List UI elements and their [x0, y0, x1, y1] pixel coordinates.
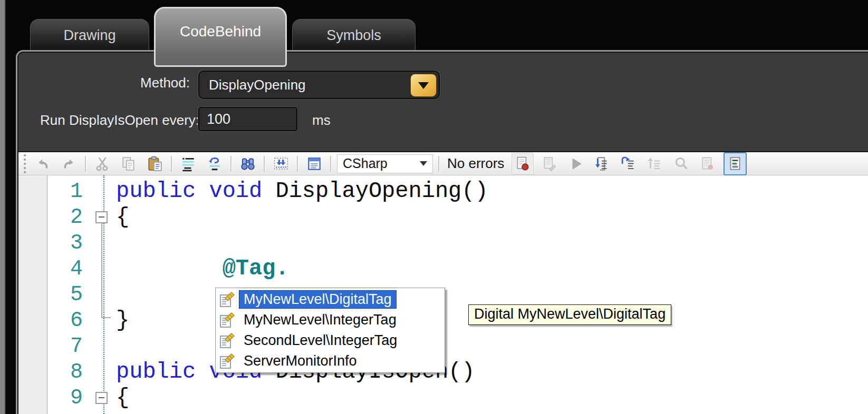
autocomplete-item-label: MyNewLevel\DigitalTag — [239, 290, 397, 309]
compile-check-button[interactable] — [512, 153, 534, 175]
autocomplete-item-label: MyNewLevel\IntegerTag — [239, 311, 401, 329]
cut-icon — [94, 156, 110, 172]
autocomplete-tooltip: Digital MyNewLevel\DigitalTag — [468, 304, 671, 325]
toolbar-separator — [230, 156, 232, 172]
toolbar-separator — [264, 156, 265, 172]
insert-snippet-icon — [273, 156, 289, 172]
output-window-button[interactable] — [304, 153, 325, 174]
uncomment-button[interactable] — [204, 153, 225, 174]
autocomplete-item[interactable]: SecondLevel\IntegerTag — [217, 330, 443, 351]
paste-button[interactable] — [144, 153, 166, 174]
line-number: 4 — [18, 256, 83, 282]
code-line[interactable]: 4 @Tag. — [18, 256, 846, 282]
autocomplete-item-label: ServerMonitorInfo — [239, 352, 362, 370]
watch-button[interactable] — [671, 153, 692, 174]
toolbar-separator — [438, 156, 440, 172]
tab-drawing-label: Drawing — [63, 27, 115, 43]
error-status-text: No errors — [447, 155, 504, 172]
run-button[interactable] — [565, 153, 586, 174]
language-combobox[interactable]: CSharp — [337, 154, 433, 173]
code-line[interactable]: 2{ — [18, 204, 846, 230]
code-text: public void DisplayOpening() — [116, 179, 488, 204]
method-combobox[interactable]: DisplayOpening — [198, 71, 440, 99]
view-code-toggle-button[interactable] — [724, 152, 747, 175]
breakpoint-doc-button[interactable] — [697, 153, 718, 174]
run-interval-input[interactable]: 100 — [198, 107, 297, 131]
redo-button[interactable] — [59, 153, 80, 174]
method-combobox-value: DisplayOpening — [209, 72, 306, 98]
code-text: @Tag. — [116, 256, 289, 282]
line-number: 5 — [18, 282, 83, 308]
line-number: 1 — [18, 179, 83, 204]
undo-icon — [35, 156, 51, 172]
tag-item-icon — [219, 292, 235, 308]
run-interval-value: 100 — [207, 108, 230, 131]
language-combobox-value: CSharp — [343, 156, 388, 171]
method-dropdown-button[interactable] — [410, 74, 437, 97]
run-interval-label: Run DisplayIsOpen every: — [40, 112, 199, 129]
comment-icon — [180, 156, 196, 172]
step-over-icon — [621, 156, 636, 172]
undo-button[interactable] — [32, 153, 53, 174]
autocomplete-item[interactable]: ServerMonitorInfo — [217, 351, 443, 371]
code-line[interactable]: 3 — [18, 230, 846, 256]
tag-item-icon — [219, 312, 235, 328]
step-into-icon — [594, 156, 610, 172]
line-number: 3 — [18, 230, 83, 256]
toolbar-separator — [297, 156, 298, 172]
toolbar-separator — [330, 156, 332, 172]
autocomplete-item-label: SecondLevel\IntegerTag — [239, 331, 402, 350]
cut-button[interactable] — [92, 153, 113, 174]
line-number: 6 — [18, 308, 83, 333]
fold-guide-end — [101, 317, 111, 318]
line-number: 7 — [18, 333, 83, 359]
comment-button[interactable] — [178, 153, 199, 174]
tab-codebehind-label: CodeBehind — [180, 23, 261, 40]
line-number: 8 — [18, 359, 83, 385]
fold-collapse-icon[interactable] — [95, 211, 108, 223]
line-number: 9 — [18, 385, 83, 411]
step-out-icon — [647, 156, 663, 172]
fold-collapse-icon[interactable] — [95, 392, 108, 404]
left-edge-strip — [0, 0, 6, 414]
code-text: { — [116, 385, 129, 411]
toolbar-separator — [171, 156, 172, 172]
tab-drawing[interactable]: Drawing — [30, 19, 149, 50]
uncomment-icon — [207, 156, 223, 172]
autocomplete-item[interactable]: MyNewLevel\IntegerTag — [217, 310, 443, 330]
tab-symbols[interactable]: Symbols — [292, 19, 416, 50]
copy-button[interactable] — [118, 153, 139, 174]
toolbar-grip-handle[interactable] — [24, 154, 26, 173]
autocomplete-item[interactable]: MyNewLevel\DigitalTag — [217, 289, 443, 310]
breakpoint-doc-icon — [700, 156, 716, 172]
method-label: Method: — [79, 75, 190, 91]
chevron-down-icon — [418, 82, 429, 89]
fold-guide-line — [101, 223, 102, 318]
redo-icon — [61, 156, 77, 172]
code-text: } — [116, 308, 129, 333]
code-text: { — [116, 204, 129, 230]
autocomplete-popup: MyNewLevel\DigitalTagMyNewLevel\IntegerT… — [215, 288, 445, 373]
insert-snippet-button[interactable] — [271, 153, 292, 174]
tab-symbols-label: Symbols — [326, 27, 381, 43]
find-button[interactable] — [237, 153, 258, 174]
build-button[interactable] — [539, 153, 560, 174]
build-icon — [542, 156, 557, 172]
compile-check-icon — [515, 156, 531, 172]
view-code-toggle-icon — [727, 156, 743, 172]
watch-icon — [673, 156, 689, 172]
tab-codebehind[interactable]: CodeBehind — [154, 7, 287, 67]
paste-icon — [147, 156, 163, 172]
step-into-button[interactable] — [592, 153, 613, 174]
run-interval-unit: ms — [312, 112, 331, 129]
copy-icon — [121, 156, 137, 172]
step-out-button[interactable] — [644, 153, 666, 174]
line-number: 2 — [18, 204, 83, 230]
editor-toolbar: CSharp No errors — [18, 151, 868, 175]
tag-item-icon — [219, 333, 235, 349]
step-over-button[interactable] — [618, 153, 639, 174]
tag-item-icon — [219, 353, 235, 369]
code-line[interactable]: 9{ — [18, 385, 846, 411]
code-line[interactable]: 1public void DisplayOpening() — [18, 179, 846, 204]
run-icon — [568, 156, 584, 172]
